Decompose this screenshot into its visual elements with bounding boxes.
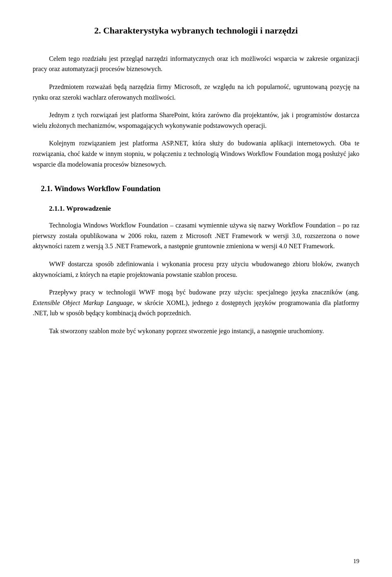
subsection-title: 2.1.1. Wprowadzenie [49,205,359,213]
wwf-paragraph-2: Przepływy pracy w technologii WWF mogą b… [33,287,359,319]
paragraph-4: Kolejnym rozwiązaniem jest platforma ASP… [33,138,359,169]
intro-paragraph: Technologia Windows Workflow Foundation … [33,220,359,252]
paragraph-1: Celem tego rozdziału jest przegląd narzę… [33,53,359,74]
paragraph-4-part1: Kolejnym rozwiązaniem jest platforma ASP… [49,140,336,147]
wwf-paragraph-2-part1: Przepływy pracy w technologii WWF mogą b… [49,289,359,296]
page: 2. Charakterystyka wybranych technologii… [0,0,392,577]
paragraph-2: Przedmiotem rozważań będą narzędzia firm… [33,82,359,102]
wwf-paragraph-1: WWF dostarcza sposób zdefiniowania i wyk… [33,259,359,280]
chapter-title: 2. Charakterystyka wybranych technologii… [33,25,359,37]
wwf-paragraph-3: Tak stworzony szablon może być wykonany … [33,326,359,336]
page-number: 19 [353,558,359,565]
paragraph-3: Jednym z tych rozwiązań jest platforma S… [33,110,359,131]
section-title: 2.1. Windows Workflow Foundation [41,184,359,193]
wwf-paragraph-2-italic: Extensible Object Markup Language [33,299,133,306]
